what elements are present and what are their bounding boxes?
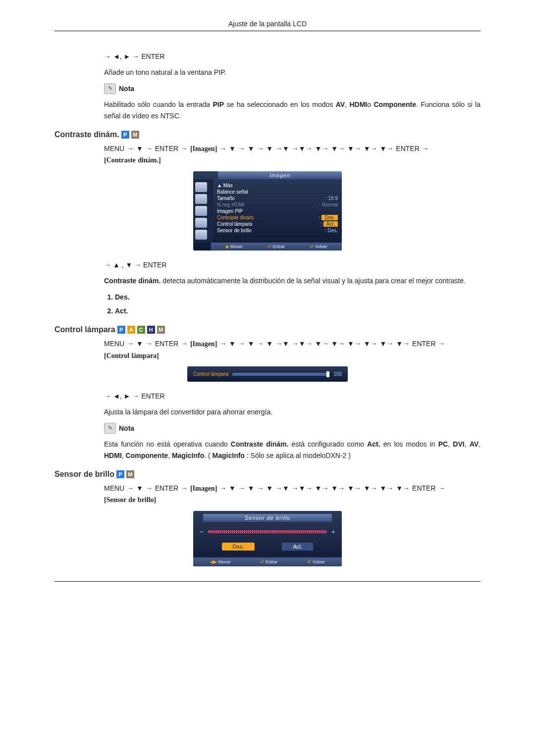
osd-title: Sensor de brillo — [203, 514, 332, 522]
options-list: Des. Act. — [104, 292, 481, 317]
osd-screenshot-sensor: Sensor de brillo − + Des. Act. ◀▶ Mover … — [54, 511, 481, 566]
osd-icon — [195, 230, 207, 240]
osd-button-off: Des. — [222, 543, 255, 551]
note-row: ✎ Nota — [104, 423, 481, 434]
osd-more: ▲ Más — [217, 182, 338, 189]
osd-row-selected: Contraste dinám.: Des. — [217, 214, 338, 221]
osd-icon — [195, 194, 207, 204]
note-label: Nota — [119, 423, 134, 434]
osd-screenshot-lampara: Control lámpara 100 — [54, 366, 481, 382]
badge-m-icon: M — [131, 131, 139, 139]
badge-h-icon: H — [147, 326, 155, 334]
plus-icon: + — [332, 529, 335, 535]
badge-m-icon: M — [157, 326, 165, 334]
minus-icon: − — [200, 529, 203, 535]
osd-footer: ◆ Mover ⏎ Entrar ↺ Volver — [211, 243, 342, 251]
note-icon: ✎ — [104, 423, 116, 434]
badge-p-icon: P — [121, 131, 129, 139]
osd-screenshot-contraste: Imagen ▲ Más Balance señal Tamaño: 16:9 … — [54, 171, 481, 251]
osd-row: Sensor de brillo: Des. — [217, 227, 338, 234]
heading-contraste-dinam: Contraste dinám. P M — [54, 130, 481, 139]
badge-c-icon: C — [137, 326, 145, 334]
badge-p-icon: P — [116, 470, 124, 478]
osd-row: N.neg HDMI: Normal — [217, 202, 338, 208]
badge-a-icon: A — [127, 326, 135, 334]
nav-instruction: → ▲ , ▼ → ENTER — [104, 259, 481, 270]
menu-path: MENU → ▼ → ENTER → [Imagen] → ▼ → ▼ → ▼ … — [104, 143, 481, 166]
menu-path: MENU → ▼ → ENTER → [Imagen] → ▼ → ▼ → ▼ … — [104, 338, 481, 361]
osd-icon — [195, 182, 207, 192]
heading-sensor-brillo: Sensor de brillo P M — [54, 470, 481, 479]
osd-icon — [195, 218, 207, 228]
nav-instruction: → ◄, ► → ENTER — [104, 391, 481, 402]
osd-slider-track — [208, 530, 326, 533]
osd-title: Imagen — [218, 171, 342, 179]
osd-icon — [195, 206, 207, 216]
osd-side-icons — [193, 179, 213, 243]
option-act: Act. — [115, 305, 481, 316]
osd-slider-track — [232, 373, 329, 376]
badge-m-icon: M — [126, 470, 134, 478]
osd-row: Control lámpara: Act. — [217, 221, 338, 227]
footer-rule — [54, 581, 481, 582]
note-body: Habilitado sólo cuando la entrada PIP se… — [104, 99, 481, 121]
description: Ajusta la lámpara del convertidor para a… — [104, 406, 481, 417]
note-label: Nota — [119, 83, 134, 94]
nav-instruction: → ◄, ► → ENTER — [104, 51, 481, 62]
page-header: Ajuste de la pantalla LCD — [54, 20, 481, 31]
option-des: Des. — [115, 292, 481, 302]
note-body: Esta función no está operativa cuando Co… — [104, 439, 481, 461]
description: Contraste dinám. detecta automáticamente… — [104, 275, 481, 286]
description: Añade un tono natural a la ventana PIP. — [104, 67, 481, 78]
osd-row: Tamaño: 16:9 — [217, 195, 338, 202]
osd-slider-value: 100 — [333, 371, 342, 377]
heading-control-lampara: Control lámpara P A C H M — [54, 325, 481, 334]
osd-button-on: Act. — [282, 543, 313, 551]
menu-path: MENU → ▼ → ENTER → [Imagen] → ▼ → ▼ → ▼ … — [104, 483, 481, 506]
osd-footer: ◀▶ Mover ⏎ Entrar ↺ Volver — [193, 557, 342, 566]
osd-row: Balance señal — [217, 189, 338, 195]
osd-slider-label: Control lámpara — [193, 371, 228, 377]
osd-slider-thumb — [326, 371, 329, 377]
osd-row: Imagen PIP — [217, 208, 338, 214]
badge-p-icon: P — [117, 326, 125, 334]
note-row: ✎ Nota — [104, 83, 481, 94]
note-icon: ✎ — [104, 83, 116, 94]
